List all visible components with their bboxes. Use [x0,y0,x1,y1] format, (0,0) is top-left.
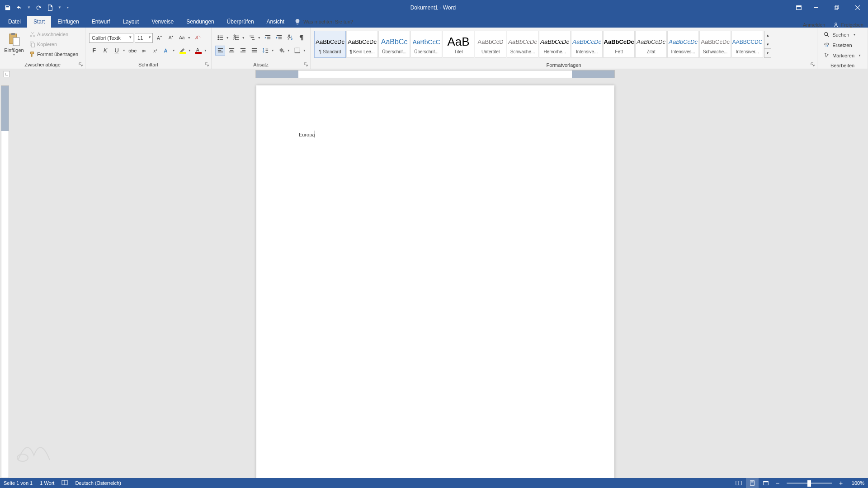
borders-button[interactable] [292,46,302,56]
sort-button[interactable]: AZ [285,33,295,43]
style-item-12[interactable]: AaBbCcDcSchwache... [699,31,731,58]
text-effects-button[interactable]: A [161,46,171,56]
align-right-button[interactable] [238,46,248,56]
zoom-in-button[interactable]: + [836,478,845,488]
borders-dropdown[interactable]: ▼ [302,46,307,56]
close-button[interactable] [847,0,868,15]
tab-start[interactable]: Start [27,16,51,28]
tab-file[interactable]: Datei [2,16,27,28]
zoom-out-button[interactable]: − [773,478,782,488]
word-count[interactable]: 1 Wort [40,480,54,486]
replace-button[interactable]: abErsetzen [822,40,863,50]
redo-button[interactable] [33,3,43,13]
document-body[interactable]: Europa [299,131,572,138]
underline-button[interactable]: U [112,46,122,56]
style-item-13[interactable]: AABBCCDCIntensiver... [731,31,763,58]
tab-review[interactable]: Überprüfen [221,16,260,28]
clipboard-dialog-launcher[interactable] [78,62,84,68]
web-layout-button[interactable] [760,478,772,488]
italic-button[interactable]: K [100,46,110,56]
line-spacing-dropdown[interactable]: ▼ [270,46,275,56]
vertical-ruler[interactable] [1,85,9,478]
underline-dropdown[interactable]: ▼ [122,46,126,56]
multilevel-list-button[interactable] [247,33,257,43]
tab-design[interactable]: Entwurf [85,16,117,28]
find-button[interactable]: Suchen▼ [822,30,863,39]
style-item-10[interactable]: AaBbCcDcZitat [635,31,667,58]
decrease-indent-button[interactable] [263,33,273,43]
sign-in-button[interactable]: Anmelden [803,22,826,28]
font-size-combo[interactable]: 11▼ [135,33,153,43]
tab-layout[interactable]: Layout [116,16,145,28]
highlight-dropdown[interactable]: ▼ [187,46,192,56]
undo-dropdown-icon[interactable]: ▼ [26,5,32,9]
shrink-font-button[interactable]: A [165,33,175,43]
font-color-button[interactable]: A [193,46,203,56]
highlight-button[interactable] [177,46,187,56]
horizontal-ruler[interactable] [255,70,615,78]
tab-insert[interactable]: Einfügen [51,16,85,28]
paragraph-dialog-launcher[interactable] [303,62,309,68]
style-item-0[interactable]: AaBbCcDc¶ Standard [314,31,346,58]
maximize-button[interactable] [826,0,847,15]
bold-button[interactable]: F [89,46,99,56]
select-button[interactable]: Markieren▼ [822,51,863,60]
print-layout-button[interactable] [746,478,759,488]
change-case-dropdown[interactable]: ▼ [187,33,191,43]
grow-font-button[interactable]: A [154,33,164,43]
zoom-thumb[interactable] [807,480,811,487]
new-doc-dropdown-icon[interactable]: ▼ [57,5,62,9]
multilevel-dropdown[interactable]: ▼ [257,33,261,43]
minimize-button[interactable] [806,0,826,15]
line-spacing-button[interactable] [260,46,270,56]
superscript-button[interactable]: x² [150,46,160,56]
page[interactable]: Europa [256,85,614,478]
style-item-7[interactable]: AaBbCcDcHervorhe... [539,31,571,58]
save-button[interactable] [3,3,13,13]
new-doc-button[interactable] [45,3,55,13]
clear-formatting-button[interactable]: A [193,33,203,43]
style-item-4[interactable]: AaBTitel [443,31,474,58]
qat-customize-icon[interactable]: ▾ [66,5,70,9]
show-marks-button[interactable] [297,33,307,43]
share-button[interactable]: Freigeben [833,22,863,28]
align-left-button[interactable] [215,46,225,56]
shading-dropdown[interactable]: ▼ [286,46,291,56]
format-painter-button[interactable]: Format übertragen [27,50,80,59]
paste-button[interactable]: Einfügen ▼ [3,29,25,59]
undo-button[interactable] [14,3,24,13]
style-scroll-down[interactable]: ▼ [764,40,771,49]
page-indicator[interactable]: Seite 1 von 1 [4,480,33,486]
style-item-3[interactable]: AaBbCcCÜberschrif... [410,31,442,58]
cut-button[interactable]: Ausschneiden [27,30,80,39]
font-name-combo[interactable]: Calibri (Textk▼ [89,33,133,43]
style-item-1[interactable]: AaBbCcDc¶ Kein Lee... [346,31,378,58]
language-indicator[interactable]: Deutsch (Österreich) [75,480,121,486]
justify-button[interactable] [249,46,259,56]
tab-selector[interactable]: ∟ [4,71,10,77]
proofing-button[interactable] [61,479,68,487]
change-case-button[interactable]: Aa [177,33,187,43]
subscript-button[interactable]: x₂ [139,46,149,56]
font-dialog-launcher[interactable] [204,62,210,68]
font-color-dropdown[interactable]: ▼ [203,46,208,56]
tab-mailings[interactable]: Sendungen [180,16,220,28]
shading-button[interactable] [276,46,286,56]
tab-references[interactable]: Verweise [145,16,180,28]
style-item-11[interactable]: AaBbCcDcIntensives... [667,31,699,58]
tell-me-search[interactable]: Was möchten Sie tun? [291,16,357,28]
style-item-6[interactable]: AaBbCcDcSchwache... [507,31,538,58]
style-item-5[interactable]: AaBbCcDUntertitel [475,31,506,58]
tab-view[interactable]: Ansicht [260,16,291,28]
bullets-dropdown[interactable]: ▼ [225,33,230,43]
strikethrough-button[interactable]: abc [127,46,137,56]
bullets-button[interactable] [215,33,225,43]
text-effects-dropdown[interactable]: ▼ [171,46,176,56]
ribbon-display-options-button[interactable] [794,3,804,13]
numbering-button[interactable]: 123 [231,33,241,43]
zoom-value[interactable]: 100% [846,480,864,486]
read-mode-button[interactable] [732,478,745,488]
style-item-9[interactable]: AaBbCcDcFett [603,31,635,58]
zoom-slider[interactable] [787,483,832,484]
styles-dialog-launcher[interactable] [810,62,816,68]
